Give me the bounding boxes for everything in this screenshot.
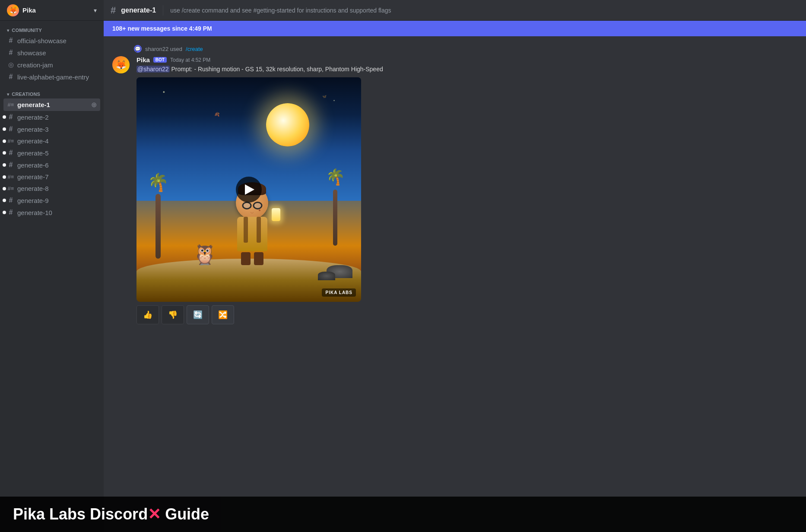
sidebar-item-generate-10[interactable]: generate-10 (3, 206, 100, 218)
sidebar-item-showcase[interactable]: showcase (3, 47, 100, 59)
forum-icon: ◎ (7, 61, 15, 69)
sidebar: 🦊 Pika ▾ ▾ COMMUNITY official-showcase s… (0, 0, 104, 532)
sidebar-item-official-showcase[interactable]: official-showcase (3, 35, 100, 47)
bot-badge: BOT (153, 57, 167, 63)
shuffle-button[interactable]: 🔀 (212, 305, 234, 324)
discord-icon: 💬 (134, 45, 142, 53)
sidebar-item-generate-2[interactable]: generate-2 (3, 111, 100, 123)
suspender (244, 217, 248, 243)
glasses-right (253, 202, 262, 209)
media-embed: ✦ ✦ 🍂 🦋 (136, 77, 361, 302)
palm-tree-left: 🌴 (145, 172, 171, 259)
messages-area: 💬 sharon22 used /create 🦊 Pika BOT Today… (104, 36, 806, 532)
message-group: 💬 sharon22 used /create 🦊 Pika BOT Today… (112, 45, 797, 324)
character-glasses (242, 202, 262, 209)
mention: @sharon22 (136, 66, 170, 73)
server-header[interactable]: 🦊 Pika ▾ (0, 0, 104, 21)
channel-name: generate-1 (121, 6, 156, 14)
character-body (237, 217, 267, 251)
sidebar-item-live-alphabet[interactable]: live-alphabet-game-entry (3, 71, 100, 83)
sidebar-item-generate-5[interactable]: generate-5 (3, 147, 100, 159)
particle: ✦ (162, 90, 165, 94)
new-messages-text: 108+ new messages since 4:49 PM (112, 25, 212, 32)
particle: 🍂 (214, 112, 219, 117)
leg-right (254, 252, 263, 265)
new-messages-banner[interactable]: 108+ new messages since 4:49 PM (104, 21, 806, 36)
server-icon: 🦊 (7, 4, 19, 16)
sidebar-item-generate-9[interactable]: generate-9 (3, 194, 100, 206)
bottom-text-guide: Guide (161, 505, 209, 523)
community-section-label[interactable]: ▾ COMMUNITY (3, 28, 100, 33)
palm-trunk-right (333, 190, 337, 246)
sidebar-item-generate-1[interactable]: #≡ generate-1 ⊕ (3, 98, 100, 111)
main-content: # generate-1 use /create command and see… (104, 0, 806, 532)
thumbsdown-button[interactable]: 👎 (162, 305, 184, 324)
bottom-watermark-overlay: Pika Labs Discord✕ Guide (0, 497, 806, 532)
avatar-image: 🦊 (112, 56, 130, 73)
unread-indicator (3, 139, 6, 143)
unread-indicator (3, 163, 6, 167)
palm-trunk (155, 194, 161, 259)
hash-icon (7, 49, 15, 57)
unread-indicator (3, 211, 6, 214)
refresh-button[interactable]: 🔄 (187, 305, 209, 324)
channel-description: use /create command and see #getting-sta… (170, 7, 799, 14)
hash-icon (7, 37, 15, 44)
hash-icon (7, 73, 15, 81)
unread-indicator (3, 175, 6, 179)
channel-hash-icon: # (111, 5, 116, 16)
hash-icon (7, 149, 15, 157)
section-toggle-community: ▾ (7, 28, 9, 33)
leg-left (241, 252, 251, 265)
sidebar-item-creation-jam[interactable]: ◎ creation-jam (3, 59, 100, 71)
bottom-text-pika: Pika Labs Discord (13, 505, 148, 523)
create-command-link[interactable]: /create (186, 46, 203, 52)
thread-icon: #≡ (7, 174, 15, 180)
message-timestamp: Today at 4:52 PM (170, 57, 210, 63)
used-command-line: 💬 sharon22 used /create (134, 45, 797, 53)
hash-icon (7, 113, 15, 121)
rock (318, 272, 335, 280)
unread-indicator (3, 115, 6, 119)
sidebar-item-generate-4[interactable]: #≡ generate-4 (3, 135, 100, 147)
used-command-text: sharon22 used (145, 46, 182, 52)
particle: ✦ (333, 99, 335, 102)
thread-icon: #≡ (7, 101, 15, 108)
add-member-icon[interactable]: ⊕ (91, 101, 97, 109)
hash-icon (7, 196, 15, 204)
message-content: Pika BOT Today at 4:52 PM @sharon22 Prom… (136, 56, 797, 324)
thumbsup-button[interactable]: 👍 (136, 305, 159, 324)
section-toggle-creations: ▾ (7, 92, 9, 97)
suspender (257, 217, 261, 243)
glasses-left (242, 202, 251, 209)
server-name: Pika (22, 6, 36, 14)
particle: 🦋 (322, 95, 327, 98)
prompt-text: Prompt: - Rushing motion - GS 15, 32k re… (171, 66, 383, 73)
character-legs (241, 252, 263, 265)
play-button[interactable] (236, 177, 262, 203)
sidebar-item-generate-6[interactable]: generate-6 (3, 159, 100, 171)
bottom-text-part1: Pika Labs Discord✕ Guide (13, 505, 209, 523)
message-text: @sharon22 Prompt: - Rushing motion - GS … (136, 65, 797, 74)
sidebar-item-generate-8[interactable]: #≡ generate-8 (3, 183, 100, 194)
hash-icon (7, 161, 15, 169)
creations-section: ▾ CREATIONS #≡ generate-1 ⊕ generate-2 g… (0, 85, 104, 220)
lantern (272, 208, 280, 221)
palm-leaves-right: 🌴 (326, 168, 345, 186)
thread-icon: #≡ (7, 138, 15, 144)
message-author: Pika (136, 56, 150, 63)
sidebar-item-generate-3[interactable]: generate-3 (3, 123, 100, 135)
creations-section-label[interactable]: ▾ CREATIONS (3, 92, 100, 97)
chevron-down-icon: ▾ (94, 7, 97, 14)
owl-character: 🦉 (193, 243, 217, 266)
unread-indicator (3, 187, 6, 190)
palm-tree-right: 🌴 (322, 168, 348, 246)
hash-icon (7, 125, 15, 133)
channel-header: # generate-1 use /create command and see… (104, 0, 806, 21)
scene: ✦ ✦ 🍂 🦋 (136, 77, 361, 302)
sidebar-item-generate-7[interactable]: #≡ generate-7 (3, 171, 100, 183)
embed-image-inner: ✦ ✦ 🍂 🦋 (136, 77, 361, 302)
thread-icon: #≡ (7, 185, 15, 192)
pika-watermark: PIKA LABS (322, 288, 356, 297)
community-section: ▾ COMMUNITY official-showcase showcase ◎… (0, 21, 104, 85)
